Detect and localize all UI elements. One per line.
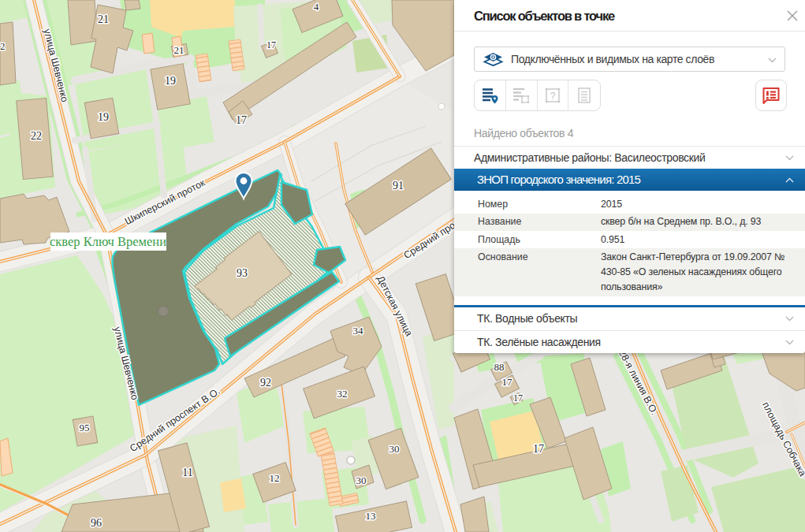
svg-text:17: 17 — [533, 443, 544, 455]
svg-text:4: 4 — [314, 1, 319, 13]
svg-text:91: 91 — [393, 180, 404, 192]
svg-text:19: 19 — [165, 75, 176, 87]
svg-text:13: 13 — [366, 510, 376, 522]
svg-text:12: 12 — [270, 472, 280, 484]
svg-text:2: 2 — [0, 40, 6, 52]
svg-text:30: 30 — [389, 443, 400, 455]
svg-text:17: 17 — [236, 114, 247, 126]
svg-text:17: 17 — [502, 376, 513, 388]
svg-text:95: 95 — [80, 422, 90, 433]
svg-text:сквер Ключ Времени: сквер Ключ Времени — [50, 234, 166, 249]
svg-text:96: 96 — [91, 517, 102, 529]
svg-text:32: 32 — [337, 388, 348, 400]
svg-text:21: 21 — [174, 44, 184, 56]
svg-text:21: 21 — [98, 13, 109, 25]
svg-text:11: 11 — [182, 467, 192, 478]
svg-text:17: 17 — [266, 39, 276, 50]
svg-text:93: 93 — [237, 267, 248, 279]
svg-text:30: 30 — [356, 474, 367, 486]
svg-text:34: 34 — [353, 325, 364, 337]
svg-text:88: 88 — [494, 361, 505, 373]
svg-text:22: 22 — [31, 130, 42, 142]
svg-text:17: 17 — [513, 392, 523, 404]
svg-text:92: 92 — [260, 377, 271, 389]
svg-text:?: ? — [550, 91, 556, 102]
svg-text:19: 19 — [98, 111, 109, 123]
